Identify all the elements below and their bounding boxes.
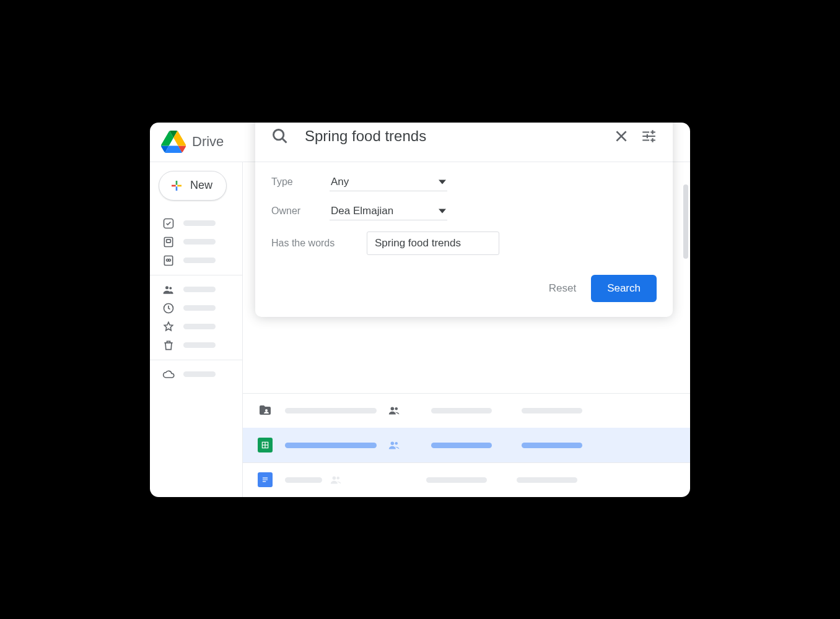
reset-button[interactable]: Reset bbox=[549, 282, 576, 295]
chevron-down-icon bbox=[439, 178, 446, 186]
file-name-placeholder bbox=[285, 443, 377, 448]
nav-placeholder bbox=[183, 258, 216, 263]
cloud-icon bbox=[162, 368, 175, 381]
file-list bbox=[243, 393, 690, 497]
new-button-label: New bbox=[190, 179, 212, 192]
filter-owner-dropdown[interactable]: Dea Elmajian bbox=[330, 202, 447, 220]
file-date-placeholder bbox=[522, 443, 582, 448]
svg-point-21 bbox=[336, 477, 339, 480]
scrollbar-thumb[interactable] bbox=[683, 184, 688, 259]
star-icon bbox=[162, 321, 175, 333]
svg-point-5 bbox=[168, 259, 170, 261]
clock-icon bbox=[162, 302, 175, 314]
filter-options-icon[interactable] bbox=[641, 128, 657, 144]
nav-item-shared[interactable] bbox=[150, 280, 242, 299]
file-name-placeholder bbox=[285, 408, 377, 413]
svg-line-23 bbox=[282, 139, 287, 143]
app-title: Drive bbox=[192, 134, 224, 150]
svg-point-7 bbox=[169, 287, 172, 289]
nav-placeholder bbox=[183, 305, 216, 311]
search-actions: Reset Search bbox=[255, 271, 673, 317]
file-owner-placeholder bbox=[431, 408, 492, 413]
nav-group-storage bbox=[150, 360, 242, 389]
nav-placeholder bbox=[183, 287, 216, 292]
sidebar: New bbox=[150, 162, 243, 497]
drive-logo-icon bbox=[161, 129, 186, 154]
nav-placeholder bbox=[183, 324, 216, 329]
svg-point-20 bbox=[333, 477, 336, 480]
svg-point-10 bbox=[391, 407, 395, 411]
app-window: Drive New bbox=[150, 123, 690, 497]
file-row-sheets[interactable] bbox=[243, 428, 690, 462]
nav-item-priority[interactable] bbox=[150, 214, 242, 233]
trash-icon bbox=[162, 339, 175, 352]
search-icon bbox=[271, 128, 289, 145]
filter-type-dropdown[interactable]: Any bbox=[330, 173, 447, 191]
people-icon bbox=[162, 284, 175, 296]
chevron-down-icon bbox=[439, 207, 446, 215]
nav-item-shared-drives[interactable] bbox=[150, 251, 242, 270]
search-panel: Type Any Owner Dea Elmajian Has the word… bbox=[255, 123, 673, 317]
svg-point-22 bbox=[274, 130, 284, 140]
svg-point-6 bbox=[165, 286, 168, 289]
nav-item-my-drive[interactable] bbox=[150, 233, 242, 251]
search-input[interactable] bbox=[305, 128, 602, 145]
nav-item-recent[interactable] bbox=[150, 299, 242, 318]
search-filters: Type Any Owner Dea Elmajian Has the word… bbox=[255, 162, 673, 271]
svg-rect-2 bbox=[167, 239, 171, 242]
file-date-placeholder bbox=[517, 477, 577, 483]
docs-icon bbox=[258, 472, 273, 487]
filter-owner-label: Owner bbox=[271, 206, 330, 217]
nav-item-trash[interactable] bbox=[150, 336, 242, 355]
shared-drives-icon bbox=[162, 254, 175, 267]
nav-placeholder bbox=[183, 342, 216, 348]
file-owner-placeholder bbox=[426, 477, 487, 483]
filter-row-owner: Owner Dea Elmajian bbox=[271, 202, 657, 220]
file-row-folder[interactable] bbox=[243, 393, 690, 428]
nav-group-primary bbox=[150, 209, 242, 275]
filter-row-type: Type Any bbox=[271, 173, 657, 191]
folder-shared-icon bbox=[258, 403, 273, 418]
filter-type-label: Type bbox=[271, 176, 330, 188]
svg-point-9 bbox=[265, 409, 268, 412]
shared-icon bbox=[388, 405, 401, 415]
new-button[interactable]: New bbox=[159, 171, 227, 201]
file-owner-placeholder bbox=[431, 443, 492, 448]
filter-words-input[interactable] bbox=[367, 232, 499, 255]
search-button[interactable]: Search bbox=[591, 275, 657, 302]
search-bar bbox=[255, 123, 673, 162]
filter-type-value: Any bbox=[331, 176, 349, 188]
nav-item-starred[interactable] bbox=[150, 318, 242, 336]
nav-placeholder bbox=[183, 371, 216, 377]
nav-placeholder bbox=[183, 239, 216, 245]
filter-words-label: Has the words bbox=[271, 238, 367, 249]
drive-icon bbox=[162, 236, 175, 248]
shared-icon bbox=[388, 440, 401, 450]
file-date-placeholder bbox=[522, 408, 582, 413]
filter-row-words: Has the words bbox=[271, 232, 657, 255]
file-row-docs[interactable] bbox=[243, 462, 690, 497]
nav-placeholder bbox=[183, 220, 216, 226]
sheets-icon bbox=[258, 438, 273, 452]
clear-search-icon[interactable] bbox=[613, 128, 629, 144]
nav-item-storage[interactable] bbox=[150, 365, 242, 384]
svg-point-15 bbox=[391, 442, 395, 446]
nav-group-secondary bbox=[150, 275, 242, 360]
filter-owner-value: Dea Elmajian bbox=[331, 205, 393, 217]
svg-point-16 bbox=[395, 442, 398, 445]
shared-icon bbox=[330, 475, 343, 485]
svg-point-11 bbox=[395, 407, 398, 410]
check-badge-icon bbox=[162, 217, 175, 230]
plus-icon bbox=[169, 178, 184, 193]
file-name-placeholder bbox=[285, 477, 322, 483]
